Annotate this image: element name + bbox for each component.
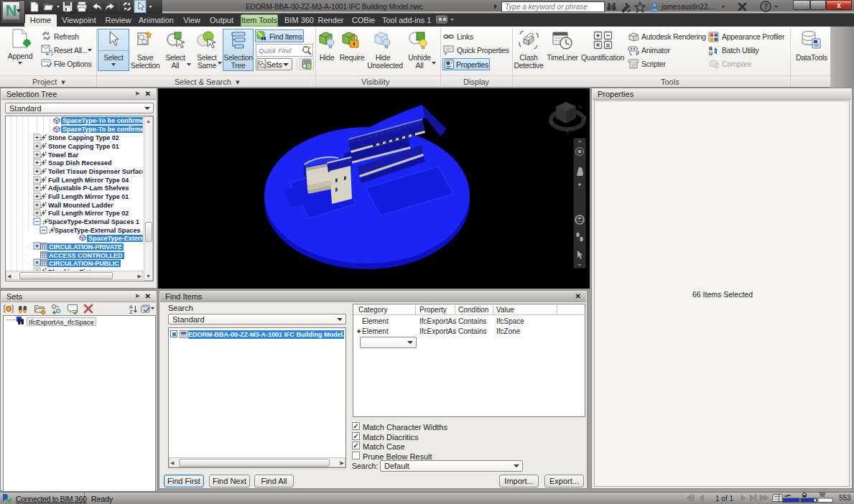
svg-text:N: N [579, 105, 582, 109]
svg-text:?: ? [764, 3, 768, 11]
svg-text:1 of 1: 1 of 1 [715, 495, 733, 503]
svg-text:jamesaustin22...: jamesaustin22... [661, 3, 714, 11]
svg-text:W: W [549, 120, 553, 124]
svg-text:B: B [709, 46, 713, 51]
svg-text:A: A [129, 304, 133, 309]
svg-text:U: U [709, 51, 713, 56]
svg-text:Z: Z [129, 309, 133, 314]
svg-text:S: S [566, 130, 569, 134]
svg-text:E: E [584, 116, 587, 120]
